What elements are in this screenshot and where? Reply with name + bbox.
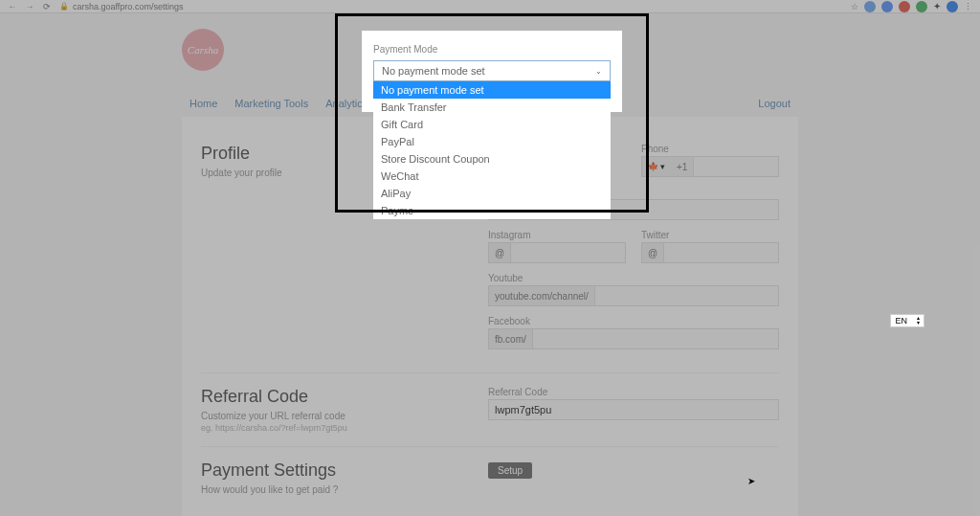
option-store-coupon[interactable]: Store Discount Coupon — [373, 150, 611, 168]
language-selector[interactable]: EN ▴▾ — [890, 314, 924, 327]
payment-mode-select[interactable]: No payment mode set ⌄ — [373, 60, 611, 81]
chevron-down-icon: ⌄ — [595, 67, 602, 76]
payment-mode-dropdown: No payment mode set Bank Transfer Gift C… — [373, 81, 611, 219]
option-bank-transfer[interactable]: Bank Transfer — [373, 99, 611, 116]
payment-mode-label: Payment Mode — [373, 44, 611, 55]
option-gift-card[interactable]: Gift Card — [373, 116, 611, 133]
lang-arrows-icon: ▴▾ — [917, 316, 920, 325]
option-payme[interactable]: Payme — [373, 202, 611, 219]
option-no-payment[interactable]: No payment mode set — [373, 81, 611, 99]
option-alipay[interactable]: AliPay — [373, 185, 611, 202]
option-paypal[interactable]: PayPal — [373, 133, 611, 150]
option-wechat[interactable]: WeChat — [373, 168, 611, 185]
payment-mode-modal: Payment Mode No payment mode set ⌄ No pa… — [362, 31, 622, 112]
mouse-cursor: ➤ — [747, 476, 755, 486]
